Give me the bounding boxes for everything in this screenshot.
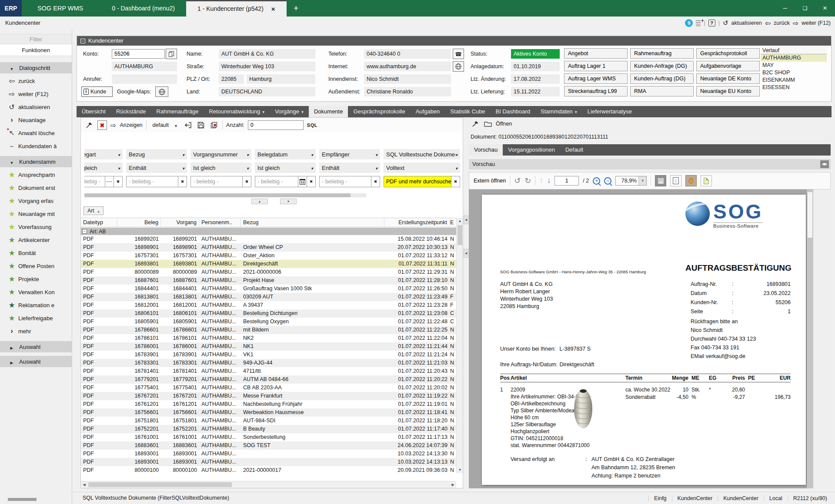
table-row[interactable]: PDF 16783901 16783901 AUTHAMBU... VK1 01…	[81, 351, 457, 359]
calendar-icon[interactable]: 12	[298, 176, 307, 187]
export-pdf-icon[interactable]	[701, 175, 712, 186]
table-row[interactable]: PDF 16783301 16783301 AUTHAMBU... 949-AJ…	[81, 359, 457, 367]
table-row[interactable]: PDF 16786001 16786001 AUTHAMBU... NK1 01…	[81, 342, 457, 351]
collapse-group-icon[interactable]	[82, 229, 87, 234]
col-dateityp[interactable]: Dateityp	[81, 218, 117, 227]
main-tab[interactable]: Gesprächsprotokolle	[348, 106, 410, 117]
sidebar-item[interactable]: Ansprechpartn	[0, 168, 72, 181]
verlauf-item[interactable]: AUTHAMBURG	[761, 54, 827, 62]
anzeigen-icon[interactable]	[110, 121, 116, 129]
sql-label[interactable]: SQL	[307, 123, 317, 128]
main-tab[interactable]: Rahmenaufträge	[151, 106, 204, 117]
rotate-right-icon[interactable]	[524, 176, 531, 186]
quick-action-button[interactable]: RMA	[630, 86, 694, 96]
scroll-down-icon[interactable]: ▼	[457, 467, 463, 473]
preview-tab[interactable]: Vorschau	[469, 144, 503, 156]
filter-field-select[interactable]: Belegart	[84, 149, 123, 159]
table-row[interactable]: PDF 16893801 16893801 AUTHAMBU... Direkt…	[81, 260, 457, 268]
refresh-label[interactable]: aktualisieren	[731, 20, 762, 26]
quick-action-button[interactable]: Aufgabenvorlage	[696, 61, 760, 71]
filter-value-input[interactable]: PDF und mehr durchsuchen 12	[384, 176, 460, 187]
scrollbar-thumb[interactable]	[458, 225, 462, 245]
clear-value-icon[interactable]	[451, 176, 460, 187]
table-row[interactable]: PDF 16767201 16767201 AUTHAMBU... Messe …	[81, 392, 457, 400]
table-row[interactable]: PDF 16893001 16893001 AUTHAMBU... 10.03.…	[81, 458, 457, 466]
konto-input[interactable]	[112, 49, 165, 59]
filter-op-select[interactable]: Enthält	[126, 162, 187, 173]
main-tab[interactable]: Rückstände	[111, 106, 151, 117]
refresh-icon[interactable]	[723, 19, 728, 27]
clear-value-icon[interactable]	[371, 176, 380, 187]
zoom-in-icon[interactable]: +	[593, 177, 600, 185]
sidebar-item[interactable]: Neuanlage	[0, 113, 72, 126]
main-tab[interactable]: Stammdaten	[535, 106, 582, 117]
quick-action-button[interactable]: Kunden-Auftrag (DG)	[630, 73, 694, 84]
filter-op-select[interactable]: Ist gleich	[255, 162, 316, 173]
verlauf-item[interactable]: EISESSEN	[761, 84, 827, 91]
notification-badge[interactable]: 9	[685, 19, 693, 27]
previous-page-icon[interactable]	[539, 176, 543, 185]
rotate-left-icon[interactable]	[514, 176, 521, 186]
filter-field-select[interactable]: Empfänger	[319, 149, 380, 159]
add-note-icon[interactable]	[696, 20, 701, 26]
col-personenm[interactable]: Personenm..	[199, 218, 241, 227]
filter-value-input[interactable]: - beliebig - 12	[84, 176, 123, 187]
collapse-icon[interactable]	[80, 39, 85, 43]
quick-action-button[interactable]: Neuanlage EU Konto	[696, 86, 760, 96]
scrollbar-thumb[interactable]	[88, 482, 232, 487]
clear-value-icon[interactable]	[114, 176, 122, 187]
google-maps-button[interactable]	[155, 86, 168, 97]
table-row[interactable]: PDF 16883601 16883601 AUTHAMBU... SOG TE…	[81, 441, 457, 450]
preview-tab[interactable]: Vorgangpositionen	[503, 144, 560, 156]
sidebar-item[interactable]: Artikelcenter	[0, 233, 72, 246]
filter-op-select[interactable]: Ist gleich	[190, 162, 251, 173]
table-row[interactable]: PDF 16757301 16757301 AUTHAMBU... Oster_…	[81, 252, 457, 260]
table-vertical-scrollbar[interactable]: ▲ ▼	[456, 218, 463, 473]
sidebar-tab-funktionen[interactable]: Funktionen	[0, 44, 72, 56]
import-filter-icon[interactable]	[183, 120, 193, 130]
sidebar-item[interactable]: Reklamation e	[0, 298, 72, 312]
scroll-up-icon[interactable]: ▲	[457, 218, 463, 224]
filter-field-select[interactable]: Vorgangsnummer	[190, 149, 251, 159]
group-row[interactable]: Art: AB	[81, 228, 457, 235]
table-row[interactable]: PDF 16752201 16752201 AUTHAMBU... B Beau…	[81, 425, 457, 433]
sidebar-item[interactable]: Auswahl	[0, 341, 72, 352]
table-row[interactable]: PDF 16812001 16812001 AUTHAMBU... A 3943…	[81, 301, 457, 309]
filter-op-select[interactable]: Volltext	[384, 162, 460, 173]
table-row[interactable]: PDF 16805901 16805901 AUTHAMBU... Bestel…	[81, 318, 457, 326]
scroll-left-icon[interactable]: ◀	[81, 481, 87, 488]
filter-op-select[interactable]: Enthält	[319, 162, 380, 173]
sidebar-item[interactable]: mehr	[0, 325, 72, 338]
sidebar-item[interactable]: Verwalten Kon	[0, 285, 72, 298]
main-tab[interactable]: Aufgaben	[411, 106, 445, 117]
sidebar-item[interactable]: Lieferfreigabe	[0, 312, 72, 325]
filter-field-select[interactable]: SQL Volltextsuche Dokumente	[384, 149, 460, 159]
col-vorgang[interactable]: Vorgang	[161, 218, 199, 227]
table-row[interactable]: PDF 16761201 16761201 AUTHAMBU... Nachbe…	[81, 400, 457, 408]
sidebar-item[interactable]: Offene Posten	[0, 259, 72, 272]
table-horizontal-scrollbar[interactable]: ◀ ▶	[81, 481, 456, 488]
table-row[interactable]: PDF 16775401 16775401 AUTHAMBU... CB AB …	[81, 384, 457, 392]
forward-icon[interactable]	[793, 19, 798, 27]
filter-value-input[interactable]: - beliebig - 12	[190, 176, 251, 187]
table-row[interactable]: PDF 16761001 16761001 AUTHAMBU... Sonder…	[81, 433, 457, 441]
zoom-level-select[interactable]: 78,9% ▼	[615, 176, 647, 186]
table-row[interactable]: PDF 16899201 16899201 AUTHAMBU... 15.08.…	[81, 235, 457, 243]
sidebar-item[interactable]: zurück	[0, 74, 72, 87]
sidebar-item[interactable]: weiter (F12)	[0, 87, 72, 100]
kunde-button[interactable]: i Kunde	[81, 86, 113, 97]
filter-field-select[interactable]: Bezug	[126, 149, 187, 159]
table-row[interactable]: PDF 16786601 16786601 AUTHAMBU... mit Bi…	[81, 326, 457, 334]
group-by-chip[interactable]: Art	[84, 206, 104, 215]
table-row[interactable]: PDF 16806101 16806101 AUTHAMBU... Bestel…	[81, 309, 457, 318]
pane-collapse-left-button[interactable]: ◀	[464, 216, 468, 224]
verlauf-item[interactable]: EISENKAMM	[761, 76, 827, 84]
main-tab[interactable]: Vorgänge	[270, 106, 309, 117]
hand-tool-icon[interactable]	[685, 175, 697, 186]
page-number-input[interactable]	[554, 176, 579, 186]
table-row[interactable]: PDF 16813801 16813801 AUTHAMBU... 030209…	[81, 293, 457, 301]
filter-wizard-icon[interactable]	[84, 120, 94, 130]
main-tab[interactable]: Retourenabwicklung	[204, 106, 270, 117]
clear-value-icon[interactable]	[242, 176, 251, 187]
quick-action-button[interactable]: Neuanlage DE Konto	[696, 73, 760, 84]
